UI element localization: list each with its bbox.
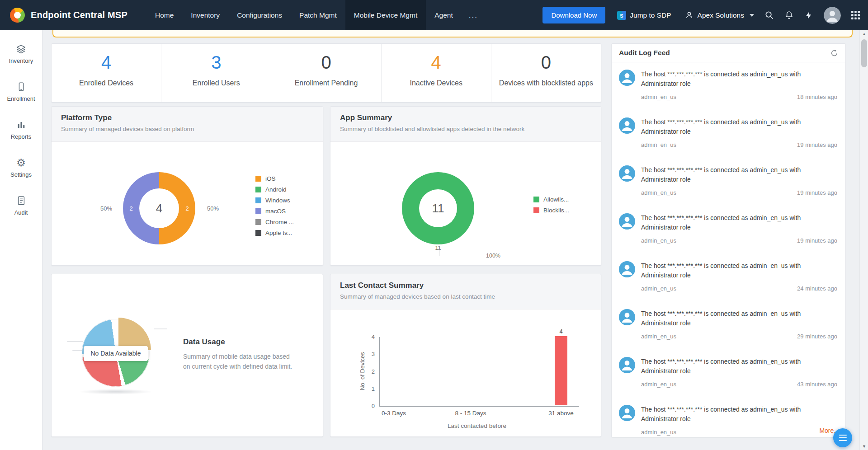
legend-label: Apple tv... [265, 230, 292, 236]
audit-entry[interactable]: The host ***.***.***.*** is connected as… [619, 309, 838, 357]
audit-user-avatar-icon [619, 405, 635, 421]
sidebar-item[interactable]: Inventory [0, 35, 42, 73]
nav-more-button[interactable]: ... [462, 0, 485, 30]
enrollment-stats-card: 4 Enrolled Devices 3 Enrolled Users 0 En… [51, 43, 601, 103]
audit-entries: The host ***.***.***.*** is connected as… [612, 62, 845, 437]
audit-entry[interactable]: The host ***.***.***.*** is connected as… [619, 405, 838, 437]
x-axis-line [379, 406, 579, 407]
ytick-label: 2 [357, 369, 375, 375]
audit-message: The host ***.***.***.*** is connected as… [641, 70, 836, 89]
platform-type-card: Platform Type Summary of managed devices… [51, 106, 323, 266]
sidebar-item[interactable]: Audit [0, 187, 42, 225]
legend-item[interactable]: Android [255, 186, 294, 193]
platform-left-count: 2 [128, 205, 134, 212]
stat-cell[interactable]: 0 Devices with blocklisted apps [491, 44, 601, 102]
nav-item[interactable]: Home [146, 0, 182, 30]
audit-entry[interactable]: The host ***.***.***.*** is connected as… [619, 117, 838, 165]
data-usage-description: Summary of mobile data usage based on cu… [183, 352, 294, 371]
audit-time: 19 minutes ago [797, 141, 837, 148]
legend-label: macOS [265, 208, 286, 215]
legend-item[interactable]: Blocklis... [533, 207, 569, 214]
app-donut[interactable]: 11 [402, 172, 474, 244]
audit-user-avatar-icon [619, 261, 635, 277]
legend-item[interactable]: Apple tv... [255, 230, 294, 236]
legend-swatch [255, 176, 261, 182]
audit-entry[interactable]: The host ***.***.***.*** is connected as… [619, 213, 838, 261]
stat-value: 3 [161, 53, 271, 71]
bar-chart-xlabel: Last contacted before [409, 422, 545, 429]
legend-swatch [255, 230, 261, 236]
svg-text:S: S [620, 13, 623, 18]
audit-user: admin_en_us [641, 189, 676, 196]
stat-value: 0 [271, 53, 381, 71]
reports-chart-icon [16, 119, 26, 130]
account-menu[interactable]: Apex Solutions [685, 11, 754, 19]
stat-cell[interactable]: 0 Enrollment Pending [271, 44, 381, 102]
notifications-button[interactable] [784, 10, 794, 20]
legend-label: iOS [265, 175, 276, 182]
chevron-down-icon [750, 14, 754, 17]
app-callout-percent: 100% [486, 253, 500, 259]
legend-item[interactable]: Allowlis... [533, 196, 569, 203]
apps-menu-button[interactable] [851, 11, 860, 19]
sidebar-item[interactable]: Enrollment [0, 73, 42, 111]
audit-log-feed: Audit Log Feed The host ** [611, 43, 846, 437]
audit-doc-icon [16, 195, 26, 206]
vertical-scrollbar[interactable]: ▲ ▼ [859, 30, 868, 450]
legend-swatch [255, 208, 261, 214]
user-avatar[interactable] [824, 7, 841, 24]
legend-item[interactable]: Windows [255, 197, 294, 204]
bar: 4 [555, 336, 567, 405]
audit-entry[interactable]: The host ***.***.***.*** is connected as… [619, 70, 838, 117]
nav-item[interactable]: Inventory [182, 0, 228, 30]
audit-feed-title: Audit Log Feed [619, 49, 670, 57]
platform-left-percent: 50% [94, 205, 112, 212]
nav-item[interactable]: Agent [426, 0, 462, 30]
app-callout-line [439, 249, 482, 256]
scroll-down-arrow[interactable]: ▼ [860, 443, 868, 450]
floating-menu-button[interactable] [833, 428, 852, 447]
sidebar-item[interactable]: Reports [0, 111, 42, 149]
platform-right-percent: 50% [207, 205, 219, 212]
search-button[interactable] [764, 10, 774, 20]
scrollbar-thumb[interactable] [861, 39, 867, 67]
nav-item[interactable]: Mobile Device Mgmt [345, 0, 426, 30]
data-usage-card: No Data Available Data Usage Summary of … [51, 274, 323, 437]
sidebar-item[interactable]: ⚙ Settings [0, 149, 42, 187]
audit-entry[interactable]: The host ***.***.***.*** is connected as… [619, 261, 838, 309]
audit-entry[interactable]: The host ***.***.***.*** is connected as… [619, 357, 838, 405]
legend-item[interactable]: iOS [255, 175, 294, 182]
sdp-label: Jump to SDP [630, 11, 671, 19]
quick-actions-button[interactable] [804, 11, 813, 20]
download-now-button[interactable]: Download Now [542, 7, 605, 23]
stat-cell[interactable]: 3 Enrolled Users [161, 44, 271, 102]
category-label: 8 - 15 Days [439, 410, 502, 417]
nav-item[interactable]: Configurations [228, 0, 291, 30]
jump-to-sdp-button[interactable]: S Jump to SDP [617, 11, 671, 20]
legend-item[interactable]: macOS [255, 208, 294, 215]
audit-time: 19 minutes ago [797, 189, 837, 196]
legend-item[interactable]: Chrome ... [255, 219, 294, 225]
app-card-title: App Summary [340, 113, 591, 122]
stat-cell[interactable]: 4 Enrolled Devices [52, 44, 161, 102]
stat-value: 4 [382, 53, 491, 71]
audit-entry[interactable]: The host ***.***.***.*** is connected as… [619, 165, 838, 213]
audit-time: 18 minutes ago [797, 94, 837, 100]
refresh-button[interactable] [830, 49, 838, 57]
audit-message: The host ***.***.***.*** is connected as… [641, 261, 836, 280]
notification-banner-partial [52, 30, 853, 38]
account-label: Apex Solutions [698, 11, 744, 19]
app-legend: Allowlis... Blocklis... [533, 196, 569, 218]
endpoint-central-logo [10, 8, 25, 23]
stat-cell[interactable]: 4 Inactive Devices [382, 44, 491, 102]
platform-card-title: Platform Type [61, 113, 313, 122]
audit-user-avatar-icon [619, 117, 635, 134]
avatar-icon [824, 7, 841, 24]
alert-bell-icon [784, 10, 794, 20]
category-label: 31 above [529, 410, 593, 417]
category-label: 0-3 Days [362, 410, 425, 417]
legend-label: Chrome ... [265, 219, 294, 225]
data-usage-pie-slice [118, 318, 151, 350]
scroll-up-arrow[interactable]: ▲ [860, 30, 868, 38]
nav-item[interactable]: Patch Mgmt [291, 0, 345, 30]
